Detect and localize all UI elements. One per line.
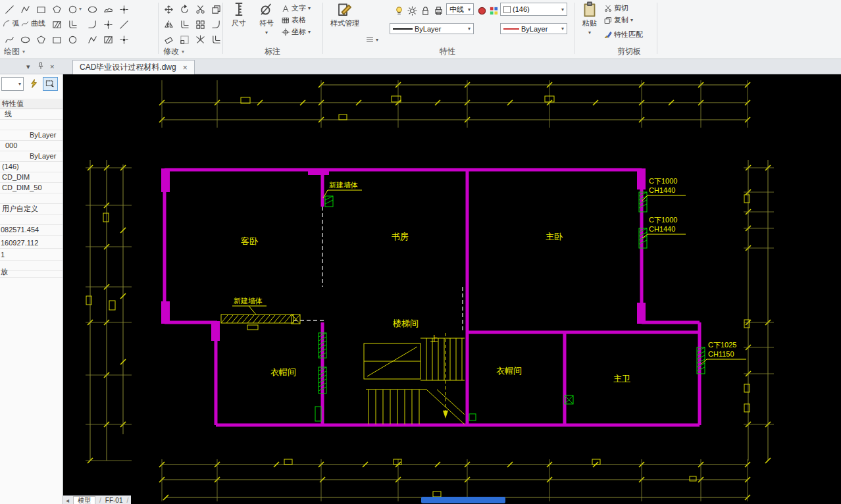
array-tool-button[interactable] (193, 18, 207, 31)
layer-lock-button[interactable] (419, 4, 432, 17)
property-row[interactable]: CD_DIM (0, 172, 63, 183)
region-tool-button[interactable] (50, 33, 63, 46)
drawing-area[interactable]: 客卧 书房 主卧 楼梯间 衣帽间 衣帽间 主卫 上 新建墙体 新建墙体 C下10… (63, 74, 841, 504)
explode-tool-button[interactable] (193, 33, 207, 46)
offset-tool-button[interactable] (66, 18, 79, 31)
draw-group-label[interactable]: 绘图 (4, 46, 20, 57)
document-tab[interactable]: CAD毕业设计过程材料.dwg × (72, 60, 195, 74)
layer-plot-button[interactable] (432, 4, 445, 17)
paste-button[interactable]: 粘贴 ▾ (578, 1, 601, 36)
curve-tool-button[interactable]: 曲线 (21, 18, 45, 28)
linetype-style-dropdown[interactable]: 中线 ▾ (446, 3, 474, 15)
color-picker-button[interactable] (475, 4, 488, 17)
layout-tab-bar: ◂ 模型 / FF-01 / (63, 495, 131, 504)
polygon-tool-button[interactable] (50, 3, 63, 16)
revcloud-tool-button[interactable] (101, 3, 115, 16)
select-objects-button[interactable] (43, 77, 58, 91)
text-tool-button[interactable]: 文字▾ (282, 3, 311, 13)
polyline-icon (20, 5, 30, 14)
property-row[interactable]: (146) (0, 162, 63, 172)
list-options-button[interactable]: ▾ (366, 36, 378, 43)
polyline-tool-button[interactable] (18, 3, 32, 16)
properties-group-label[interactable]: 特性 (440, 46, 455, 57)
selection-filter-dropdown[interactable]: ▾ (1, 77, 24, 91)
color-palette-button[interactable] (487, 4, 500, 17)
panel-pin-icon[interactable] (37, 62, 45, 71)
property-row[interactable]: ByLayer (0, 130, 63, 141)
fillet-tool-button[interactable] (86, 18, 99, 31)
copy-button[interactable]: 复制▾ (604, 15, 633, 25)
match-properties-button[interactable]: 特性匹配 (604, 30, 643, 39)
layer-dropdown[interactable]: (146) ▾ (500, 3, 567, 16)
floor-plan-drawing[interactable]: 客卧 书房 主卧 楼梯间 衣帽间 衣帽间 主卫 上 新建墙体 新建墙体 C下10… (63, 74, 841, 504)
property-row[interactable]: 用户自定义 (0, 204, 63, 214)
xline-tool-button[interactable] (117, 18, 130, 31)
scale-tool-button[interactable] (178, 33, 191, 46)
spline-tool-button[interactable] (3, 33, 16, 46)
style-manager-button[interactable]: 样式管理 (326, 1, 364, 28)
ellipse-tool-button[interactable] (86, 3, 99, 16)
ellipse-arc-tool-button[interactable] (18, 33, 32, 46)
rectangle-tool-button[interactable] (34, 3, 47, 16)
table-tool-button[interactable]: 表格 (282, 15, 306, 25)
circle-tool-button[interactable] (66, 3, 79, 16)
bottom-blue-strip (421, 497, 505, 503)
model-tab[interactable]: 模型 (73, 496, 95, 504)
annotate-group-label[interactable]: 标注 (265, 46, 280, 57)
modify-group-caret-icon[interactable]: ▾ (182, 49, 184, 55)
property-row[interactable]: 放 (0, 267, 63, 278)
fillet2-tool-button[interactable] (209, 18, 222, 31)
stretch-tool-button[interactable] (209, 33, 222, 46)
layer-freeze-button[interactable] (405, 4, 419, 17)
window-label: CH1440 (649, 225, 675, 233)
polygon2-tool-button[interactable] (34, 33, 47, 46)
property-row[interactable]: 线 (0, 109, 63, 120)
move-tool-button[interactable] (162, 3, 175, 16)
document-tab-close-icon[interactable]: × (183, 63, 188, 72)
property-row[interactable]: 082571.454 (0, 225, 63, 236)
color-dropdown[interactable]: ByLayer ▾ (500, 23, 567, 34)
linetype-caret-icon: ▾ (468, 26, 471, 32)
diameter-symbol-icon (259, 1, 274, 17)
property-row[interactable]: CD_DIM_50 (0, 183, 63, 193)
divide-tool-button[interactable] (101, 18, 115, 31)
point-tool-button[interactable] (117, 3, 130, 16)
circle-icon (68, 5, 78, 14)
dimension-button[interactable]: 尺寸 (226, 1, 251, 28)
mirror-tool-button[interactable] (162, 18, 175, 31)
draw-group-caret-icon[interactable]: ▾ (22, 49, 25, 55)
erase-tool-button[interactable] (162, 33, 175, 46)
panel-menu-caret-icon[interactable]: ▾ (26, 63, 30, 70)
layout-scroll-left-icon[interactable]: ◂ (66, 497, 69, 504)
linetype-dropdown[interactable]: ByLayer ▾ (390, 23, 474, 34)
cut-button[interactable]: 剪切 (604, 3, 628, 13)
trim-tool-button[interactable] (193, 3, 207, 16)
sketch-tool-button[interactable] (86, 33, 99, 46)
copy-tool-button[interactable] (209, 3, 222, 16)
panel-close-icon[interactable]: × (50, 63, 54, 70)
coordinate-tool-button[interactable]: 坐标▾ (282, 27, 311, 37)
circle-flyout-caret-icon[interactable]: ▾ (79, 6, 82, 12)
property-row[interactable]: ByLayer (0, 151, 63, 162)
line-tool-button[interactable] (3, 3, 16, 16)
property-row[interactable]: 1 (0, 250, 63, 261)
quick-select-button[interactable] (26, 77, 41, 91)
offset2-tool-button[interactable] (178, 18, 191, 31)
property-row[interactable]: 160927.112 (0, 238, 63, 249)
hatch-tool-button[interactable] (50, 18, 63, 31)
modify-group-label[interactable]: 修改 (163, 46, 179, 57)
gradient-tool-button[interactable] (101, 33, 115, 46)
property-row[interactable]: 000 (0, 141, 63, 151)
clipboard-group-label[interactable]: 剪切板 (617, 46, 641, 57)
dimension-layer (86, 80, 774, 501)
layer-on-button[interactable] (392, 4, 405, 17)
dimension-label: 尺寸 (232, 18, 246, 28)
document-tab-title: CAD毕业设计过程材料.dwg (80, 62, 176, 73)
multipoint-tool-button[interactable] (117, 33, 130, 46)
donut-tool-button[interactable] (66, 33, 79, 46)
symbol-button[interactable]: 符号 ▾ (254, 1, 279, 36)
layout-tab[interactable]: FF-01 (105, 497, 123, 504)
arc-tool-button[interactable]: 弧 (3, 18, 20, 28)
room-label: 书房 (392, 232, 409, 241)
rotate-tool-button[interactable] (178, 3, 191, 16)
